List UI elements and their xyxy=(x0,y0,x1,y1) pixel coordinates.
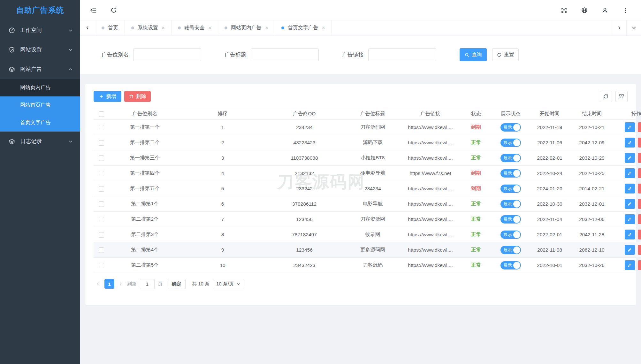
edit-button[interactable] xyxy=(625,260,635,270)
row-checkbox[interactable] xyxy=(99,247,104,253)
user-icon[interactable] xyxy=(601,6,609,14)
tab-close-icon[interactable] xyxy=(208,25,211,31)
display-toggle[interactable]: 展示 xyxy=(500,215,521,224)
search-input[interactable] xyxy=(368,48,436,61)
layers-icon xyxy=(8,138,15,145)
edit-button[interactable] xyxy=(625,245,635,255)
chevron-left-icon xyxy=(96,282,100,286)
table-row: 第一排第五个 5 233242 234234 https://www.dkewl… xyxy=(94,181,641,196)
delete-button[interactable] xyxy=(638,199,641,209)
delete-button[interactable] xyxy=(638,214,641,224)
select-all-checkbox[interactable] xyxy=(99,111,104,117)
tab[interactable]: 账号安全 xyxy=(172,20,218,35)
bulk-delete-button[interactable]: 删除 xyxy=(124,91,151,102)
row-checkbox[interactable] xyxy=(99,217,104,222)
edit-button[interactable] xyxy=(625,184,635,193)
column-header: 操作 xyxy=(613,108,641,120)
table-header-row: 广告位别名排序广告商QQ广告位标题广告链接状态展示状态开始时间结束时间操作 xyxy=(94,108,641,120)
search-input[interactable] xyxy=(133,48,201,61)
row-checkbox[interactable] xyxy=(99,201,104,207)
row-checkbox[interactable] xyxy=(99,140,104,146)
cell-ad-name: 第一排第四个 xyxy=(109,166,181,181)
row-checkbox[interactable] xyxy=(99,155,104,161)
sidebar-item[interactable]: 网站广告 xyxy=(0,59,80,79)
display-toggle[interactable]: 展示 xyxy=(500,231,521,239)
confirm-page-button[interactable]: 确定 xyxy=(168,279,186,289)
display-toggle[interactable]: 展示 xyxy=(500,200,521,208)
display-toggle[interactable]: 展示 xyxy=(500,154,521,162)
delete-button[interactable] xyxy=(638,245,641,255)
page-number-button[interactable]: 1 xyxy=(104,279,114,289)
sidebar-item[interactable]: 日志记录 xyxy=(0,132,80,151)
display-toggle[interactable]: 展示 xyxy=(500,261,521,269)
sidebar-item[interactable]: 工作空间 xyxy=(0,20,80,40)
display-toggle[interactable]: 展示 xyxy=(500,185,521,193)
tab-close-icon[interactable] xyxy=(322,25,325,31)
cell-link: https://www.dkewl.... xyxy=(401,120,460,135)
goto-page-input[interactable] xyxy=(140,279,155,289)
status-badge: 到期 xyxy=(471,170,481,176)
delete-button[interactable] xyxy=(638,230,641,239)
tab-close-icon[interactable] xyxy=(265,25,268,31)
row-checkbox[interactable] xyxy=(99,263,104,268)
query-button[interactable]: 查询 xyxy=(460,48,487,61)
display-toggle[interactable]: 展示 xyxy=(500,139,521,147)
tabs-scroll-left-button[interactable] xyxy=(80,20,95,35)
tab[interactable]: 网站页内广告 xyxy=(218,20,275,35)
table-row: 第一排第二个 2 43223423 源码下载 https://www.dkewl… xyxy=(94,135,641,150)
cell-qq: 23432423 xyxy=(264,258,344,273)
more-icon[interactable] xyxy=(622,6,630,14)
refresh-table-button[interactable] xyxy=(600,91,612,102)
column-settings-button[interactable] xyxy=(615,91,628,102)
refresh-icon[interactable] xyxy=(110,6,118,14)
delete-button[interactable] xyxy=(638,153,641,163)
reset-button[interactable]: 重置 xyxy=(492,48,519,61)
edit-button[interactable] xyxy=(625,153,635,163)
cell-title: 234234 xyxy=(344,181,401,196)
tabs-menu-button[interactable] xyxy=(626,20,641,35)
prev-page-button[interactable] xyxy=(94,279,103,289)
edit-button[interactable] xyxy=(625,230,635,239)
delete-button[interactable] xyxy=(638,168,641,178)
sidebar-subitem[interactable]: 网站首页广告 xyxy=(0,96,80,114)
search-input[interactable] xyxy=(251,48,319,61)
edit-button[interactable] xyxy=(625,138,635,148)
cell-sort: 6 xyxy=(181,196,264,212)
page-unit-label: 页 xyxy=(158,281,163,287)
delete-button[interactable] xyxy=(638,260,641,270)
toolbar-right xyxy=(600,91,628,102)
toggle-knob xyxy=(513,246,520,254)
sidebar-item[interactable]: 网站设置 xyxy=(0,40,80,59)
display-toggle[interactable]: 展示 xyxy=(500,123,521,132)
edit-button[interactable] xyxy=(625,122,635,132)
delete-button[interactable] xyxy=(638,184,641,193)
tab[interactable]: 首页文字广告 xyxy=(275,20,332,35)
delete-button[interactable] xyxy=(638,122,641,132)
sidebar-nav: 工作空间 网站设置 网站广告 网站页内广告 网站首页广告 首页文字广告 日志记录 xyxy=(0,20,80,151)
tab-close-icon[interactable] xyxy=(162,25,165,31)
add-button[interactable]: 新增 xyxy=(94,91,121,102)
row-checkbox[interactable] xyxy=(99,171,104,176)
display-toggle[interactable]: 展示 xyxy=(500,169,521,178)
page-size-select[interactable]: 10 条/页 xyxy=(213,279,244,289)
sidebar-subitem[interactable]: 首页文字广告 xyxy=(0,114,80,132)
sidebar-subitem[interactable]: 网站页内广告 xyxy=(0,79,80,96)
next-page-button[interactable] xyxy=(116,279,125,289)
search-field-label: 广告位别名 xyxy=(102,51,129,58)
toggle-label: 展示 xyxy=(504,262,512,268)
collapse-sidebar-icon[interactable] xyxy=(90,6,97,14)
edit-button[interactable] xyxy=(625,168,635,178)
cell-sort: 8 xyxy=(181,227,264,242)
tab[interactable]: 系统设置 xyxy=(125,20,172,35)
globe-icon[interactable] xyxy=(581,6,589,14)
fullscreen-icon[interactable] xyxy=(561,6,568,14)
display-toggle[interactable]: 展示 xyxy=(500,246,521,254)
row-checkbox[interactable] xyxy=(99,186,104,192)
row-checkbox[interactable] xyxy=(99,232,104,238)
edit-button[interactable] xyxy=(625,199,635,209)
tab[interactable]: 首页 xyxy=(95,20,125,35)
delete-button[interactable] xyxy=(638,138,641,148)
edit-button[interactable] xyxy=(625,214,635,224)
tabs-scroll-right-button[interactable] xyxy=(612,20,626,35)
row-checkbox[interactable] xyxy=(99,125,104,130)
